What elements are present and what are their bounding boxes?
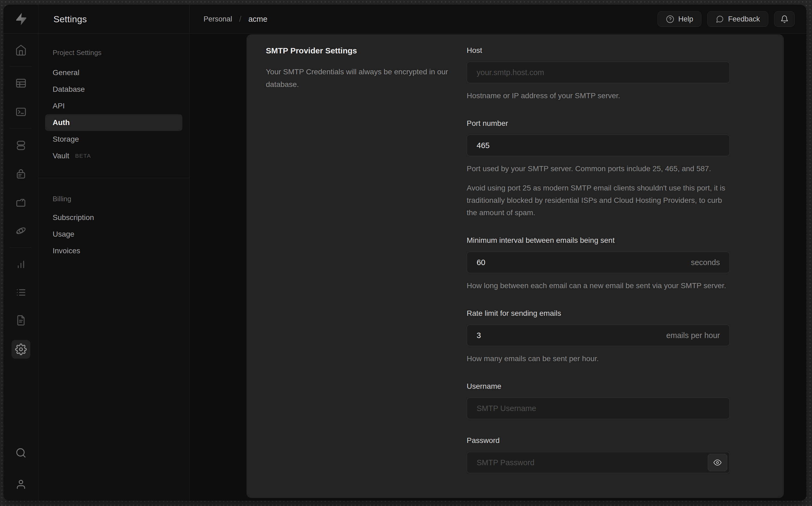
smtp-settings-panel: SMTP Provider Settings Your SMTP Credent… [246, 34, 784, 498]
sidebar-item-usage[interactable]: Usage [45, 226, 182, 243]
rail-edge-functions-button[interactable] [11, 221, 30, 240]
bell-icon [780, 15, 789, 23]
rail-search-button[interactable] [11, 443, 30, 462]
feedback-button[interactable]: Feedback [707, 11, 768, 27]
sidebar-item-label: Subscription [53, 213, 94, 222]
help-button[interactable]: Help [658, 11, 702, 27]
table-editor-icon [15, 77, 27, 89]
feedback-button-label: Feedback [728, 15, 760, 23]
username-input[interactable] [467, 398, 730, 419]
rate-limit-input-wrap: emails per hour [467, 325, 730, 346]
sidebar-section-title: Project Settings [39, 49, 189, 57]
rail-storage-button[interactable] [11, 193, 30, 212]
sidebar-item-label: Invoices [53, 247, 80, 255]
host-field: Host Hostname or IP address of your SMTP… [467, 46, 730, 102]
sidebar-item-vault[interactable]: Vault BETA [45, 148, 182, 164]
port-field: Port number Port used by your SMTP serve… [467, 119, 730, 219]
sidebar-item-api[interactable]: API [45, 98, 182, 114]
brand-logo[interactable] [3, 5, 39, 33]
sidebar-item-label: Usage [53, 230, 74, 239]
rate-limit-label: Rate limit for sending emails [467, 309, 730, 318]
logs-list-icon [15, 286, 27, 298]
supabase-bolt-icon [14, 12, 28, 26]
storage-folder-icon [15, 196, 27, 208]
rail-table-editor-button[interactable] [11, 74, 30, 93]
settings-sidebar: Project Settings General Database API Au… [39, 33, 190, 501]
port-label: Port number [467, 119, 730, 128]
rail-project-settings-button[interactable] [11, 340, 30, 359]
edge-functions-orbit-icon [15, 225, 27, 237]
port-input-wrap [467, 135, 730, 156]
rail-user-button[interactable] [11, 475, 30, 493]
top-header-bar: Settings Personal / acme Help Feedback [3, 5, 806, 33]
sql-editor-terminal-icon [15, 106, 27, 118]
rail-authentication-button[interactable] [11, 164, 30, 183]
rail-divider [10, 66, 32, 67]
interval-field: Minimum interval between emails being se… [467, 236, 730, 292]
password-field: Password [467, 436, 730, 473]
breadcrumb-org[interactable]: Personal [204, 15, 232, 23]
interval-input-wrap: seconds [467, 252, 730, 273]
sidebar-item-label: Database [53, 85, 85, 94]
rail-home-button[interactable] [11, 41, 30, 60]
header-main: Personal / acme Help Feedback [190, 5, 806, 33]
password-visibility-toggle[interactable] [708, 454, 727, 471]
breadcrumb-separator: / [239, 14, 241, 24]
port-input[interactable] [467, 135, 730, 156]
notifications-button[interactable] [774, 11, 795, 27]
database-icon [15, 140, 27, 151]
interval-label: Minimum interval between emails being se… [467, 236, 730, 245]
rail-logs-button[interactable] [11, 283, 30, 302]
sidebar-item-invoices[interactable]: Invoices [45, 243, 182, 259]
username-label: Username [467, 382, 730, 391]
user-icon [15, 478, 27, 490]
breadcrumb: Personal / acme [204, 14, 268, 24]
search-icon [15, 447, 27, 459]
rail-sql-editor-button[interactable] [11, 102, 30, 121]
api-docs-file-icon [15, 315, 27, 326]
rail-divider [10, 128, 32, 129]
rail-api-docs-button[interactable] [11, 311, 30, 330]
billing-nav-list: Subscription Usage Invoices [39, 209, 189, 259]
rail-divider [10, 247, 32, 248]
interval-unit: seconds [691, 258, 730, 267]
desktop-background: Settings Personal / acme Help Feedback [0, 0, 812, 506]
home-icon [15, 44, 27, 56]
help-button-label: Help [678, 15, 693, 23]
sidebar-item-label: Storage [53, 135, 79, 144]
host-input[interactable] [467, 62, 730, 83]
host-label: Host [467, 46, 730, 55]
host-input-wrap [467, 62, 730, 83]
sidebar-item-label: General [53, 68, 79, 77]
password-label: Password [467, 436, 730, 445]
interval-help-text: How long between each email can a new em… [467, 279, 730, 292]
sidebar-item-auth[interactable]: Auth [45, 114, 182, 131]
sidebar-item-storage[interactable]: Storage [45, 131, 182, 148]
sidebar-item-label: Auth [53, 118, 70, 127]
username-input-wrap [467, 398, 730, 419]
password-input[interactable] [467, 452, 708, 473]
rate-limit-input[interactable] [467, 325, 666, 346]
main-content: SMTP Provider Settings Your SMTP Credent… [190, 33, 806, 501]
rail-reports-button[interactable] [11, 255, 30, 274]
rate-limit-field: Rate limit for sending emails emails per… [467, 309, 730, 365]
rate-limit-help-text: How many emails can be sent per hour. [467, 352, 730, 365]
username-field: Username [467, 382, 730, 419]
port-warning-text: Avoid using port 25 as modern SMTP email… [467, 182, 730, 219]
smtp-form: Host Hostname or IP address of your SMTP… [467, 46, 730, 498]
settings-title-area: Settings [39, 5, 190, 33]
feedback-bubble-icon [716, 15, 724, 23]
settings-gear-icon [15, 343, 27, 355]
breadcrumb-project[interactable]: acme [248, 15, 268, 24]
reports-bar-chart-icon [15, 258, 27, 270]
sidebar-item-label: API [53, 102, 65, 110]
header-actions: Help Feedback [658, 11, 795, 27]
interval-input[interactable] [467, 252, 691, 273]
sidebar-item-subscription[interactable]: Subscription [45, 209, 182, 226]
page-title: Settings [54, 14, 87, 24]
rail-database-button[interactable] [11, 136, 30, 155]
eye-icon [714, 458, 722, 467]
sidebar-item-general[interactable]: General [45, 64, 182, 81]
sidebar-item-database[interactable]: Database [45, 81, 182, 98]
authentication-lock-icon [15, 168, 27, 180]
